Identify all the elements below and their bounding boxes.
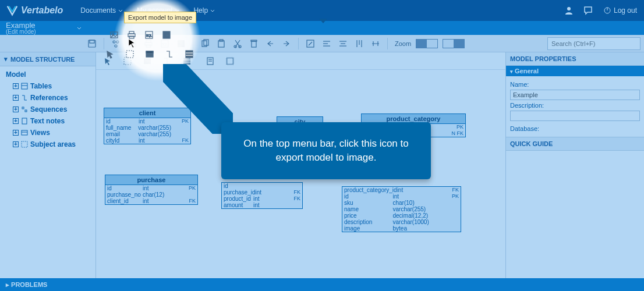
table-column: product_idintFK bbox=[222, 196, 302, 202]
marquee-tool[interactable] bbox=[119, 54, 136, 68]
sequence-icon bbox=[21, 106, 28, 113]
save-button[interactable] bbox=[85, 37, 99, 51]
svg-rect-35 bbox=[22, 83, 27, 89]
add-table-tool[interactable] bbox=[139, 54, 155, 68]
expand-icon[interactable]: + bbox=[13, 83, 19, 89]
svg-point-6 bbox=[116, 41, 119, 43]
chevron-down-icon bbox=[175, 9, 179, 12]
nav-menu: Documents My account Help bbox=[79, 6, 216, 15]
model-title: Example bbox=[6, 22, 36, 29]
share-button[interactable] bbox=[109, 37, 123, 51]
user-icon[interactable] bbox=[564, 5, 574, 16]
note-icon bbox=[21, 118, 28, 125]
table-icon bbox=[21, 83, 28, 90]
svg-rect-4 bbox=[90, 40, 94, 43]
nav-help[interactable]: Help bbox=[192, 6, 216, 15]
nav-myaccount[interactable]: My account bbox=[136, 6, 181, 15]
general-section-header[interactable]: ▾ General bbox=[506, 66, 644, 76]
redo-button[interactable] bbox=[279, 37, 293, 51]
svg-rect-42 bbox=[22, 141, 27, 147]
align-middle-button[interactable] bbox=[369, 37, 383, 51]
xml-button[interactable]: 100 bbox=[174, 37, 188, 51]
main-toolbar: SQL 100 Zoom bbox=[0, 35, 644, 52]
model-structure-header[interactable]: ▾ MODEL STRUCTURE bbox=[0, 52, 95, 66]
svg-rect-46 bbox=[183, 58, 190, 65]
tree-item-textnotes[interactable]: + Text notes bbox=[0, 115, 95, 127]
chevron-down-icon[interactable] bbox=[77, 27, 82, 30]
align-center-button[interactable] bbox=[336, 37, 350, 51]
svg-rect-23 bbox=[252, 41, 256, 47]
expand-icon[interactable]: + bbox=[13, 118, 19, 124]
table-column: client_idintFK bbox=[105, 198, 197, 204]
nav-documents[interactable]: Documents bbox=[79, 6, 124, 15]
svg-point-5 bbox=[113, 41, 115, 43]
logo-text: Vertabelo bbox=[21, 5, 63, 16]
chevron-down-icon bbox=[210, 9, 215, 12]
paste-button[interactable] bbox=[214, 37, 228, 51]
table-column: skuchar(10) bbox=[342, 200, 461, 206]
svg-rect-39 bbox=[22, 118, 27, 124]
model-properties-header: MODEL PROPERTIES bbox=[506, 52, 644, 66]
top-navbar: Vertabelo Documents My account Help Log … bbox=[0, 0, 644, 21]
align-left-button[interactable] bbox=[320, 37, 334, 51]
problems-bar[interactable]: ▸ PROBLEMS bbox=[0, 278, 644, 291]
expand-icon[interactable]: + bbox=[13, 95, 19, 101]
svg-rect-24 bbox=[251, 40, 257, 41]
pointer-tool[interactable] bbox=[100, 54, 116, 68]
svg-point-7 bbox=[115, 45, 117, 47]
zoom-fit-button[interactable] bbox=[416, 39, 438, 48]
model-structure-panel: ▾ MODEL STRUCTURE Model + Tables + Refer… bbox=[0, 52, 96, 278]
tree-item-subjectareas[interactable]: + Subject areas bbox=[0, 139, 95, 150]
align-top-button[interactable] bbox=[352, 37, 366, 51]
nav-right: Log out bbox=[564, 5, 638, 16]
area-icon bbox=[21, 141, 28, 148]
table-purchase-item[interactable]: idpurchase_idintFKproduct_idintFKamounti… bbox=[221, 182, 303, 209]
svg-rect-40 bbox=[22, 130, 27, 135]
svg-rect-43 bbox=[124, 58, 131, 65]
tree-item-tables[interactable]: + Tables bbox=[0, 80, 95, 92]
tree-item-views[interactable]: + Views bbox=[0, 127, 95, 139]
name-input[interactable] bbox=[510, 90, 640, 100]
sql-button[interactable]: SQL bbox=[158, 37, 172, 51]
cut-button[interactable] bbox=[231, 37, 245, 51]
zoom-label: Zoom bbox=[395, 40, 411, 47]
search-input[interactable] bbox=[547, 37, 641, 50]
nav-logout[interactable]: Log out bbox=[602, 6, 638, 15]
logo[interactable]: Vertabelo bbox=[6, 4, 63, 17]
svg-rect-52 bbox=[227, 58, 233, 65]
chat-icon[interactable] bbox=[583, 5, 593, 16]
table-column: purchase_nochar(12) bbox=[105, 191, 197, 198]
logo-icon bbox=[6, 4, 19, 17]
edit-button[interactable] bbox=[303, 37, 317, 51]
table-column: namevarchar(255) bbox=[342, 206, 461, 212]
expand-icon[interactable]: + bbox=[13, 130, 19, 136]
tree-item-references[interactable]: + References bbox=[0, 92, 95, 104]
table-column: amountint bbox=[222, 202, 302, 208]
description-input[interactable] bbox=[510, 111, 640, 121]
table-column: purchase_idintFK bbox=[222, 189, 302, 196]
table-column: product_category_idintFK bbox=[342, 187, 461, 193]
print-button[interactable] bbox=[141, 37, 155, 51]
expand-icon[interactable]: + bbox=[13, 107, 19, 112]
description-label: Description: bbox=[510, 100, 640, 111]
delete-button[interactable] bbox=[247, 37, 261, 51]
svg-text:SQL: SQL bbox=[162, 42, 168, 46]
tree-root[interactable]: Model bbox=[0, 69, 95, 80]
table-column: cityIdintFK bbox=[104, 137, 190, 144]
svg-rect-38 bbox=[25, 110, 27, 112]
database-label: Database: bbox=[510, 123, 640, 134]
table-product[interactable]: product_category_idintFKidintPKskuchar(1… bbox=[342, 186, 461, 232]
undo-button[interactable] bbox=[263, 37, 277, 51]
model-properties-panel: MODEL PROPERTIES ▾ General Name: Descrip… bbox=[505, 52, 644, 278]
export-image-button[interactable] bbox=[125, 37, 139, 51]
tree-item-sequences[interactable]: + Sequences bbox=[0, 104, 95, 115]
power-icon bbox=[603, 6, 611, 15]
copy-button[interactable] bbox=[198, 37, 212, 51]
table-purchase[interactable]: purchase idintPKpurchase_nochar(12)clien… bbox=[105, 175, 198, 205]
reference-icon bbox=[21, 94, 28, 101]
quick-guide-header[interactable]: QUICK GUIDE bbox=[506, 137, 644, 151]
chevron-down-icon bbox=[118, 9, 123, 12]
expand-icon[interactable]: + bbox=[13, 141, 19, 147]
instruction-callout: On the top menu bar, click this icon to … bbox=[221, 122, 431, 179]
zoom-actual-button[interactable] bbox=[443, 39, 465, 48]
